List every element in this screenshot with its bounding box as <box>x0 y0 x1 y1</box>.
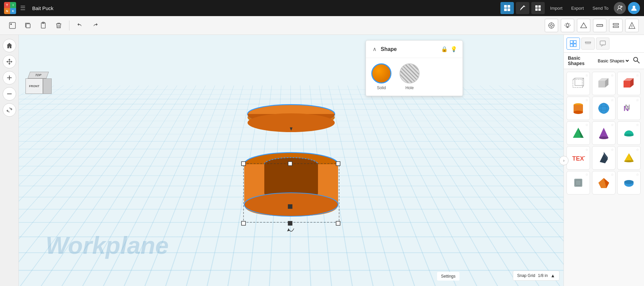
logo-t: T <box>4 2 10 8</box>
shape-text-red[interactable]: ☆ TEXT <box>567 146 590 170</box>
shape-box-outline[interactable]: ☆ <box>567 72 590 95</box>
cube-top-face: TOP <box>28 72 49 78</box>
hole-option[interactable]: Hole <box>399 63 420 90</box>
shape-visual <box>596 126 611 140</box>
star-icon[interactable]: ☆ <box>611 98 614 102</box>
chat-tab[interactable] <box>596 38 609 50</box>
grid-tab[interactable] <box>567 38 580 50</box>
snap-grid-label: Snap Grid <box>517 273 535 278</box>
3d-objects-svg[interactable] <box>224 97 358 238</box>
measure-btn[interactable] <box>625 19 639 32</box>
add-user-btn[interactable] <box>614 2 626 14</box>
menu-icon[interactable]: ☰ <box>20 4 25 12</box>
shape-extra-2[interactable]: ☆ <box>592 171 615 194</box>
toolbar-right <box>545 19 639 32</box>
build-btn[interactable] <box>516 2 529 14</box>
shape-visual: N N <box>622 101 636 116</box>
category-select[interactable]: Basic Shapes Letters Math Featured <box>596 58 630 64</box>
shape-prism-blue[interactable]: ☆ <box>592 146 615 170</box>
zoom-in-btn[interactable] <box>3 71 16 84</box>
shape-text3d[interactable]: ☆ N N <box>617 97 641 120</box>
star-icon[interactable]: ☆ <box>611 148 614 152</box>
parts-btn[interactable] <box>531 2 545 14</box>
shapes-grid: ☆ ☆ ☆ ☆ <box>564 69 644 286</box>
collapse-panel-btn[interactable]: › <box>559 156 569 165</box>
export-btn[interactable]: Export <box>568 4 587 12</box>
send-to-btn[interactable]: Send To <box>589 4 612 12</box>
star-icon[interactable]: ☆ <box>585 73 588 77</box>
star-icon[interactable]: ☆ <box>611 173 614 176</box>
move-btn[interactable] <box>3 55 16 68</box>
solid-circle[interactable] <box>371 63 391 83</box>
ruler-tab[interactable] <box>581 38 595 50</box>
svg-marker-18 <box>581 23 587 28</box>
panel-tabs <box>564 35 644 53</box>
solid-label: Solid <box>377 85 386 90</box>
svg-rect-5 <box>538 5 541 8</box>
star-icon[interactable]: ☆ <box>611 123 614 127</box>
light-btn[interactable] <box>561 19 574 32</box>
shape-box-red[interactable]: ☆ <box>617 72 641 95</box>
shape-pyramid-yellow[interactable]: ☆ <box>617 146 641 170</box>
workplane-btn[interactable] <box>5 18 19 33</box>
viewport[interactable]: Workplane TOP FRONT <box>19 35 564 286</box>
svg-rect-2 <box>504 8 507 11</box>
star-icon[interactable]: ☆ <box>585 123 588 127</box>
shape-outline-btn[interactable] <box>577 19 590 32</box>
delete-btn[interactable] <box>52 18 66 33</box>
grid-view-btn[interactable] <box>500 2 514 14</box>
top-bar: T I N K ☰ Bait Puck Import Export Send T… <box>0 0 644 16</box>
redo-btn[interactable] <box>88 18 102 33</box>
lock-icon[interactable]: 🔒 <box>441 46 448 52</box>
star-icon[interactable]: ☆ <box>585 98 588 102</box>
snap-grid-up-btn[interactable]: ▲ <box>550 273 555 278</box>
light-icon[interactable]: 💡 <box>450 46 457 52</box>
svg-point-90 <box>624 180 634 184</box>
shape-half-sphere[interactable]: ☆ <box>617 121 641 145</box>
shapes-search-btn[interactable] <box>633 56 640 65</box>
shape-collapse-btn[interactable]: ∧ <box>371 45 378 54</box>
hole-circle[interactable] <box>399 63 420 83</box>
3d-object-container[interactable] <box>224 97 358 238</box>
rotate-btn[interactable] <box>3 103 16 117</box>
shapes-dropdown[interactable]: Basic Shapes Basic Shapes Letters Math F… <box>564 53 644 69</box>
logo-i: I <box>10 2 16 8</box>
star-icon[interactable]: ☆ <box>585 173 588 176</box>
snap-grid-bar[interactable]: Snap Grid 1/8 in ▲ <box>513 271 559 281</box>
copy-btn[interactable] <box>21 18 35 33</box>
shape-sphere[interactable]: ☆ <box>592 97 615 120</box>
ruler-btn[interactable] <box>593 19 606 32</box>
shape-cone-purple[interactable]: ☆ <box>592 121 615 145</box>
align-btn[interactable] <box>609 19 623 32</box>
shape-extra-3[interactable]: ☆ <box>617 171 641 194</box>
inspect-btn[interactable] <box>545 19 558 32</box>
undo-btn[interactable] <box>73 18 87 33</box>
settings-label: Settings <box>441 274 455 279</box>
solid-hole-selector: Solid Hole <box>366 58 463 96</box>
shape-pyramid-green[interactable]: ☆ <box>567 121 590 145</box>
user-avatar[interactable] <box>628 2 640 14</box>
shape-extra-1[interactable]: ☆ <box>567 171 590 194</box>
star-icon[interactable]: ☆ <box>636 73 639 77</box>
svg-rect-11 <box>10 23 12 25</box>
view-cube[interactable]: TOP FRONT <box>25 72 52 99</box>
paste-btn[interactable] <box>36 18 50 33</box>
solid-option[interactable]: Solid <box>371 63 391 90</box>
shape-cylinder[interactable]: ☆ <box>567 97 590 120</box>
star-icon[interactable]: ☆ <box>611 73 614 77</box>
svg-point-84 <box>624 160 634 162</box>
svg-point-69 <box>598 103 609 114</box>
star-icon[interactable]: ☆ <box>636 98 639 102</box>
svg-rect-44 <box>288 162 292 166</box>
zoom-out-btn[interactable] <box>3 87 16 101</box>
shape-box-solid[interactable]: ☆ <box>592 72 615 95</box>
star-icon[interactable]: ☆ <box>636 148 639 152</box>
import-btn[interactable]: Import <box>547 4 566 12</box>
star-icon[interactable]: ☆ <box>636 173 639 176</box>
home-btn[interactable] <box>3 39 16 52</box>
star-icon[interactable]: ☆ <box>585 148 588 152</box>
hole-label: Hole <box>406 85 414 90</box>
star-icon[interactable]: ☆ <box>636 123 639 127</box>
settings-bar[interactable]: Settings <box>437 272 460 281</box>
svg-point-8 <box>618 6 621 8</box>
